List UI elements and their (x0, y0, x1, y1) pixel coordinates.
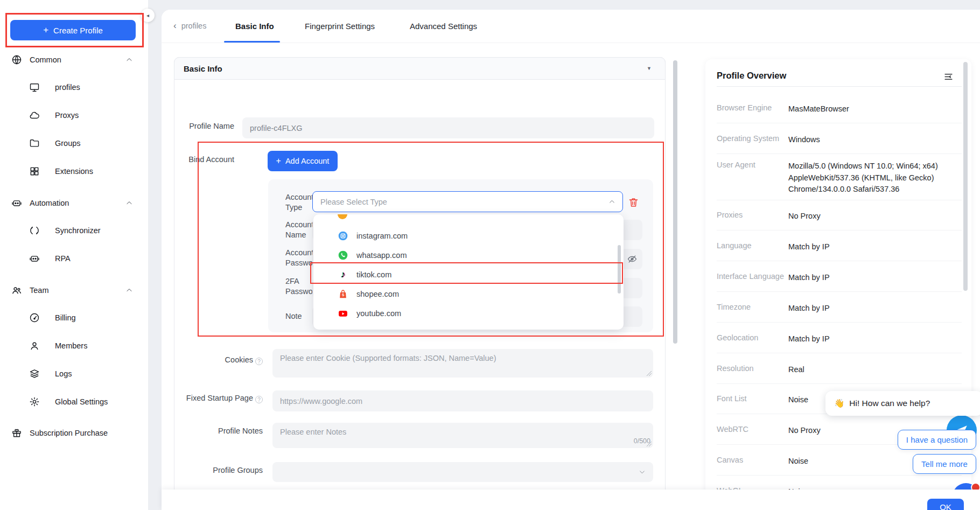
overview-value-geolocation: Match by IP (788, 333, 967, 345)
resize-handle[interactable] (647, 371, 652, 376)
gauge-icon (29, 312, 40, 323)
dropdown-scrollbar[interactable] (618, 245, 621, 294)
create-profile-button[interactable]: + Create Profile (10, 20, 136, 40)
chat-quick-reply-tell-me-more[interactable]: Tell me more (913, 454, 976, 474)
dropdown-option-label: youtube.com (356, 309, 401, 318)
overview-label-browser-engine: Browser Engine (717, 103, 789, 112)
account-type-placeholder: Please Select Type (320, 198, 387, 206)
overview-scrollbar[interactable] (963, 62, 968, 291)
chevron-down-icon (639, 469, 646, 476)
dropdown-option-label: tiktok.com (356, 270, 391, 279)
overview-value-proxies: No Proxy (788, 211, 967, 222)
sidebar-item-team[interactable]: Team (0, 282, 148, 298)
tab-bar (162, 10, 980, 43)
sidebar-item-label: Synchronizer (55, 226, 101, 235)
sidebar-item-synchronizer[interactable]: Synchronizer (0, 222, 148, 239)
chevron-up-icon (608, 198, 615, 205)
divider (717, 200, 962, 200)
plus-icon: + (43, 25, 48, 36)
sidebar-item-subscription-purchase[interactable]: Subscription Purchase (0, 425, 148, 441)
active-tab-underline (224, 41, 280, 43)
basic-info-card-header: Basic Info ▼ (174, 57, 666, 80)
dropdown-option-tiktok-com[interactable]: ♪tiktok.com (313, 265, 624, 284)
sidebar-collapse-button[interactable]: ◂ (141, 9, 155, 22)
back-to-profiles-link[interactable]: ‹ profiles (173, 22, 206, 30)
overview-label-canvas: Canvas (717, 456, 789, 464)
account-type-dropdown: instagram.comwhatsapp.com♪tiktok.comSsho… (313, 214, 624, 330)
ok-button[interactable]: OK (927, 499, 964, 510)
main-scrollbar[interactable] (673, 60, 677, 344)
sidebar-item-proxys[interactable]: Proxys (0, 107, 148, 123)
delete-account-trash-icon[interactable] (628, 197, 639, 208)
dropdown-option-label: whatsapp.com (356, 251, 407, 260)
sidebar-item-extensions[interactable]: Extensions (0, 163, 148, 179)
divider (717, 383, 962, 384)
sidebar: + Create Profile CommonprofilesProxysGro… (0, 0, 148, 510)
account-type-select[interactable]: Please Select Type (312, 191, 623, 212)
overview-filter-icon[interactable] (943, 72, 954, 82)
overview-value-resolution: Real (788, 364, 967, 376)
sidebar-item-label: Groups (55, 139, 81, 148)
chevron-up-icon[interactable] (125, 287, 133, 294)
sidebar-item-profiles[interactable]: profiles (0, 79, 148, 95)
instagram-icon (338, 230, 348, 241)
dropdown-option-whatsapp-com[interactable]: whatsapp.com (313, 246, 624, 265)
profile-notes-textarea[interactable]: Please enter Notes (272, 423, 653, 448)
sidebar-item-rpa[interactable]: RPA (0, 250, 148, 267)
footer-bar (162, 490, 980, 510)
help-icon[interactable]: ? (255, 358, 263, 365)
tiktok-icon: ♪ (338, 269, 348, 280)
folder-icon (29, 138, 40, 149)
sidebar-item-billing[interactable]: Billing (0, 310, 148, 326)
monitor-icon (29, 82, 40, 93)
dropdown-option-shopee-com[interactable]: Sshopee.com (313, 284, 624, 304)
chat-greeting-text: Hi! How can we help? (849, 399, 930, 408)
team-icon (11, 285, 22, 296)
youtube-icon (338, 308, 348, 319)
person-icon (29, 340, 40, 351)
sidebar-item-label: Automation (30, 199, 69, 207)
shopee-icon: S (338, 289, 348, 299)
profile-groups-select[interactable] (272, 462, 653, 482)
tab-advanced-settings[interactable]: Advanced Settings (410, 22, 477, 31)
fixed-startup-page-input[interactable]: https://www.google.com (272, 390, 653, 411)
whatsapp-icon (338, 250, 348, 261)
profile-name-label: Profile Name (178, 122, 234, 130)
sidebar-item-label: Extensions (55, 167, 93, 176)
overview-label-proxies: Proxies (717, 211, 789, 219)
sidebar-item-label: RPA (55, 254, 71, 263)
chevron-up-icon[interactable] (125, 56, 133, 64)
add-account-button[interactable]: + Add Account (268, 151, 338, 171)
sidebar-item-global-settings[interactable]: Global Settings (0, 394, 148, 410)
profile-name-input[interactable]: profile-c4FLXG (242, 117, 654, 138)
sidebar-item-label: Team (30, 286, 48, 295)
dropdown-option-youtube-com[interactable]: youtube.com (313, 304, 624, 323)
overview-label-interface-language: Interface Language (717, 272, 789, 281)
tab-fingerprint-settings[interactable]: Fingerprint Settings (305, 22, 375, 31)
overview-label-timezone: Timezone (717, 303, 789, 311)
overview-label-user-agent: User Agent (717, 160, 789, 169)
divider (717, 261, 962, 261)
overview-value-language: Match by IP (788, 241, 967, 253)
chevron-up-icon[interactable] (125, 199, 133, 207)
help-icon[interactable]: ? (255, 396, 263, 403)
overview-label-font-list: Font List (717, 394, 789, 403)
cookies-textarea[interactable]: Please enter Cookie (Supported formats: … (272, 349, 653, 378)
password-visibility-eye-slash-icon[interactable] (627, 254, 638, 264)
sidebar-item-members[interactable]: Members (0, 338, 148, 354)
tab-basic-info[interactable]: Basic Info (235, 22, 274, 31)
globe-icon (11, 54, 22, 65)
sidebar-item-logs[interactable]: Logs (0, 366, 148, 382)
chat-greeting-bubble[interactable]: 👋 Hi! How can we help? (825, 391, 980, 416)
sidebar-item-automation[interactable]: Automation (0, 195, 148, 211)
robot-icon (11, 198, 22, 208)
divider (717, 86, 962, 87)
profile-notes-label: Profile Notes (178, 427, 263, 435)
dropdown-option-instagram-com[interactable]: instagram.com (313, 226, 624, 246)
divider (717, 353, 962, 353)
sidebar-item-common[interactable]: Common (0, 52, 148, 68)
divider (717, 322, 962, 323)
collapse-card-icon[interactable]: ▼ (647, 66, 652, 71)
sidebar-item-groups[interactable]: Groups (0, 135, 148, 151)
chat-quick-reply-question[interactable]: I have a question (898, 430, 976, 450)
